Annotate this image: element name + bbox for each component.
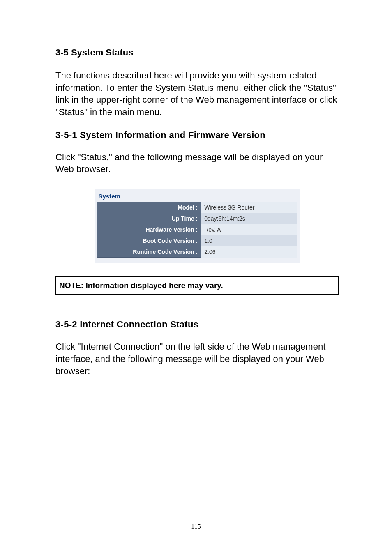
table-row: Model : Wireless 3G Router: [97, 202, 297, 213]
row-label: Boot Code Version :: [97, 235, 201, 246]
row-value: Wireless 3G Router: [201, 202, 297, 213]
subsection-heading-2: 3-5-2 Internet Connection Status: [55, 319, 339, 330]
row-label: Runtime Code Version :: [97, 246, 201, 258]
table-row: Hardware Version : Rev. A: [97, 224, 297, 235]
row-label: Hardware Version :: [97, 224, 201, 235]
subsection-title: System Information and Firmware Version: [80, 130, 265, 140]
table-row: Boot Code Version : 1.0: [97, 235, 297, 246]
system-info-panel: System Model : Wireless 3G Router Up Tim…: [95, 189, 300, 263]
row-value: 1.0: [201, 235, 297, 246]
note-box: NOTE: Information displayed here may var…: [55, 276, 339, 295]
table-row: Up Time : 0day:6h:14m:2s: [97, 213, 297, 224]
page-number: 115: [0, 523, 392, 530]
system-panel-title: System: [97, 192, 297, 202]
subsection-title: Internet Connection Status: [80, 319, 198, 329]
row-value: 2.06: [201, 246, 297, 258]
section-heading: 3-5 System Status: [55, 47, 339, 58]
subsection-number: 3-5-1: [55, 130, 77, 140]
subsection-1-paragraph: Click "Status," and the following messag…: [55, 151, 339, 175]
subsection-number: 3-5-2: [55, 319, 77, 329]
row-value: Rev. A: [201, 224, 297, 235]
table-row: Runtime Code Version : 2.06: [97, 246, 297, 258]
subsection-2-paragraph: Click "Internet Connection" on the left …: [55, 341, 339, 377]
system-info-table: Model : Wireless 3G Router Up Time : 0da…: [97, 202, 297, 258]
row-value: 0day:6h:14m:2s: [201, 213, 297, 224]
row-label: Up Time :: [97, 213, 201, 224]
section-number: 3-5: [55, 47, 69, 58]
row-label: Model :: [97, 202, 201, 213]
intro-paragraph: The functions described here will provid…: [55, 69, 339, 118]
section-title: System Status: [71, 47, 134, 58]
subsection-heading-1: 3-5-1 System Information and Firmware Ve…: [55, 130, 339, 140]
